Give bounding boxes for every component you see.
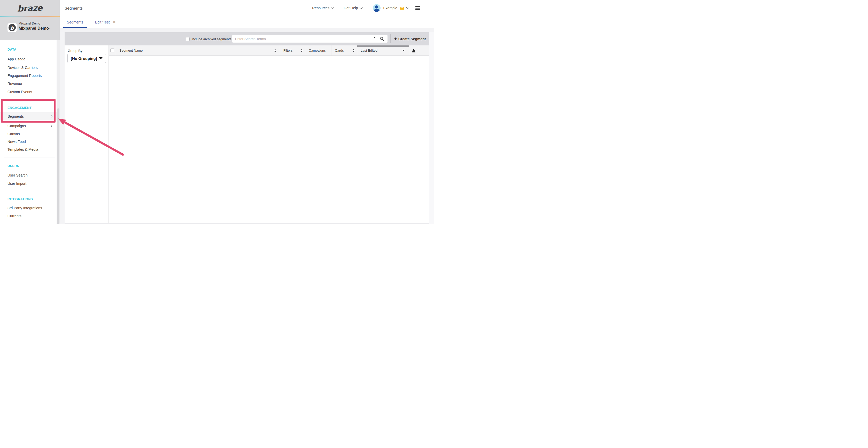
sidebar-item-custom-events[interactable]: Custom Events — [0, 88, 57, 96]
chevron-down-icon — [99, 57, 102, 59]
column-filters[interactable]: Filters — [280, 45, 305, 56]
hamburger-menu-icon[interactable] — [415, 6, 420, 10]
chevron-right-icon — [49, 125, 52, 127]
sidebar-divider — [4, 157, 55, 158]
get-help-menu[interactable]: Get Help — [344, 6, 362, 10]
include-archived-checkbox[interactable] — [186, 37, 190, 41]
sidebar-item-segments[interactable]: Segments — [0, 112, 57, 120]
sidebar-item-app-usage[interactable]: App Usage — [0, 55, 57, 63]
crown-icon — [399, 6, 405, 10]
workspace-name: Mixpanel Demo — [19, 26, 49, 31]
resources-menu[interactable]: Resources — [312, 6, 334, 10]
group-by-panel: Group By: [No Grouping] — [65, 45, 109, 223]
chevron-down-icon — [331, 6, 334, 9]
sidebar-item-engagement-reports[interactable]: Engagement Reports — [0, 71, 57, 79]
search-dropdown-caret[interactable] — [373, 38, 376, 43]
sort-desc-icon — [402, 50, 405, 51]
tab-edit-test[interactable]: Edit 'Test' ✕ — [91, 16, 119, 28]
avatar — [373, 4, 380, 12]
group-by-label: Group By: — [68, 49, 84, 53]
chevron-down-icon — [406, 6, 409, 9]
tab-content-gap — [60, 28, 434, 32]
sort-icon[interactable] — [274, 49, 276, 52]
column-cards[interactable]: Cards — [332, 45, 357, 56]
select-all-checkbox[interactable] — [110, 48, 114, 53]
top-header: Segments Resources Get Help Example — [60, 0, 434, 16]
workspace-icon: b — [7, 23, 17, 32]
column-campaigns[interactable]: Campaigns — [305, 45, 332, 56]
chevron-right-icon — [49, 115, 52, 118]
section-title-data: DATA — [7, 48, 16, 51]
select-all-cell — [109, 45, 116, 56]
sidebar-item-3rd-party-integrations[interactable]: 3rd Party Integrations — [0, 204, 57, 212]
sorted-column-indicator — [357, 45, 409, 47]
column-analytics[interactable] — [409, 45, 418, 56]
workspace-eyebrow: Mixpanel Demo — [19, 22, 40, 25]
sidebar-item-currents[interactable]: Currents — [0, 212, 57, 220]
sidebar-item-revenue[interactable]: Revenue — [0, 79, 57, 88]
chevron-down-icon — [360, 6, 363, 9]
page-title: Segments — [65, 6, 83, 10]
close-icon[interactable]: ✕ — [113, 20, 116, 24]
section-title-engagement: ENGAGEMENT — [7, 106, 32, 110]
sidebar-item-canvas[interactable]: Canvas — [0, 130, 57, 138]
segments-table-body — [109, 56, 429, 223]
plus-icon: + — [394, 36, 397, 41]
search-box — [232, 35, 388, 43]
column-spacer — [418, 45, 429, 56]
content-right-gutter — [429, 32, 434, 224]
include-archived-label: Include archived segments — [191, 37, 231, 41]
sidebar-item-user-import[interactable]: User Import — [0, 179, 57, 187]
column-segment-name[interactable]: Segment Name — [116, 45, 280, 56]
section-title-users: USERS — [7, 164, 19, 168]
braze-dashboard: braze b Mixpanel Demo Mixpanel Demo DATA… — [0, 0, 434, 224]
sidebar-header: braze — [0, 0, 60, 16]
sidebar-item-news-feed[interactable]: News Feed — [0, 138, 57, 145]
section-title-integrations: INTEGRATIONS — [7, 198, 33, 201]
table-bottom-edge — [65, 223, 429, 224]
braze-logo: braze — [17, 3, 43, 13]
sidebar-item-campaigns[interactable]: Campaigns — [0, 122, 57, 130]
user-name: Example — [383, 6, 397, 10]
sidebar-item-devices-carriers[interactable]: Devices & Carriers — [0, 64, 57, 71]
search-icon[interactable] — [380, 37, 384, 41]
tab-segments[interactable]: Segments — [63, 16, 87, 28]
tab-bar: Segments Edit 'Test' ✕ — [60, 16, 434, 28]
user-menu[interactable]: Example — [373, 4, 409, 12]
segments-filter-bar: Include archived segments + Create Segme… — [65, 32, 429, 45]
sort-icon[interactable] — [301, 49, 303, 52]
content-left-gutter — [60, 32, 65, 224]
search-input[interactable] — [232, 35, 388, 43]
sidebar-scrollbar-thumb[interactable] — [57, 108, 59, 224]
segments-table-header: Segment Name Filters Campaigns Cards Las… — [109, 45, 429, 56]
column-last-edited[interactable]: Last Edited — [357, 45, 409, 56]
sort-icon[interactable] — [352, 49, 355, 52]
workspace-selector[interactable]: b Mixpanel Demo Mixpanel Demo — [0, 16, 60, 40]
sidebar-item-templates-media[interactable]: Templates & Media — [0, 145, 57, 153]
create-segment-button[interactable]: + Create Segment — [394, 32, 426, 45]
filter-bar-divider — [390, 34, 391, 43]
bar-chart-icon — [411, 48, 416, 53]
group-by-dropdown[interactable]: [No Grouping] — [67, 54, 106, 63]
sidebar-item-user-search[interactable]: User Search — [0, 171, 57, 179]
